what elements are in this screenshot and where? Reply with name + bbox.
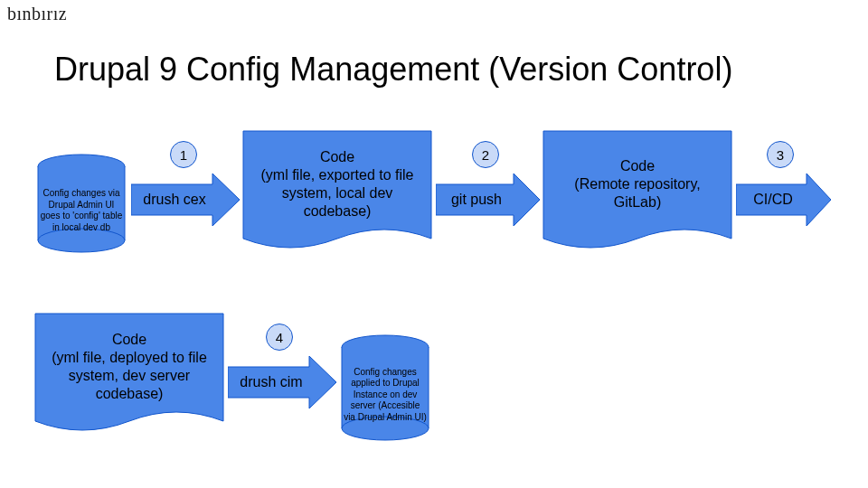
step-badge-3: 3 xyxy=(767,141,794,168)
brand-logo: bınbırız xyxy=(7,4,67,24)
arrow-drush-cim-label: drush cim xyxy=(231,367,312,398)
db-cylinder-devserver-label: Config changes applied to Drupal Instanc… xyxy=(344,356,427,434)
doc-code-local-label: Code (yml file, exported to file system,… xyxy=(250,145,425,224)
arrow-drush-cex-label: drush cex xyxy=(134,184,215,215)
step-badge-2: 2 xyxy=(472,141,499,168)
step-badge-4: 4 xyxy=(266,324,293,351)
arrow-git-push-label: git push xyxy=(439,184,514,215)
doc-code-devserver-label: Code (yml file, deployed to file system,… xyxy=(42,327,217,407)
step-badge-1: 1 xyxy=(170,141,197,168)
page-title: Drupal 9 Config Management (Version Cont… xyxy=(54,51,732,89)
doc-code-remote-label: Code (Remote repository, GitLab) xyxy=(550,148,725,221)
db-cylinder-local-label: Config changes via Drupal Admin UI goes … xyxy=(40,175,123,246)
arrow-cicd-label: CI/CD xyxy=(740,184,807,215)
